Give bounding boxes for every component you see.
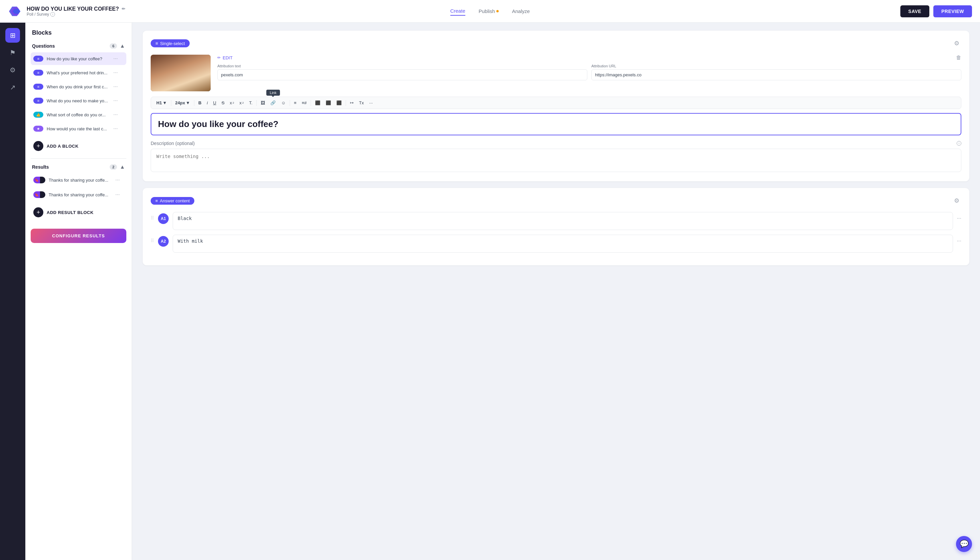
- emoji-button[interactable]: ☺: [279, 99, 287, 107]
- underline-button[interactable]: U: [211, 99, 218, 107]
- attr-text-input[interactable]: [217, 69, 587, 80]
- single-select-card: ≡ Single-select ⚙ ✏ EDIT: [143, 31, 969, 181]
- question-item-3[interactable]: ≡ What do you need to make yo... ···: [31, 94, 126, 107]
- question-more-1[interactable]: ···: [113, 70, 118, 76]
- subscript-button[interactable]: x2: [237, 99, 246, 107]
- attr-url-input[interactable]: [591, 69, 961, 80]
- attr-text-field: Attribution text: [217, 64, 587, 80]
- add-result-block-button[interactable]: + ADD RESULT BLOCK: [31, 204, 126, 221]
- drag-handle-0[interactable]: ⠿: [151, 212, 154, 221]
- align-left-button[interactable]: ⬛: [313, 99, 322, 107]
- chat-bubble-icon: 💬: [960, 540, 969, 548]
- image-button[interactable]: 🖼: [259, 99, 267, 107]
- sidebar-icon-grid[interactable]: ⊞: [5, 28, 20, 43]
- edit-image-button[interactable]: ✏ EDIT: [217, 55, 233, 60]
- align-right-button[interactable]: ⬛: [334, 99, 344, 107]
- result-item-1[interactable]: 🔖 Thanks for sharing your coffe... ···: [31, 188, 126, 201]
- publish-tab-label: Publish: [479, 8, 495, 14]
- question-icon-2: ≡: [33, 84, 43, 90]
- question-more-2[interactable]: ···: [113, 84, 118, 90]
- results-section: Results 2 ▲ 🔖 Thanks for sharing your co…: [31, 164, 126, 243]
- result-more-1[interactable]: ···: [115, 192, 120, 198]
- survey-type-label: Poll / Survey: [27, 12, 49, 17]
- logo[interactable]: [8, 4, 23, 19]
- attr-url-label: Attribution URL: [591, 64, 961, 68]
- toolbar-sep-6: [346, 100, 346, 106]
- align-center-button[interactable]: ⬛: [324, 99, 333, 107]
- strikethrough-button[interactable]: S: [220, 99, 227, 107]
- result-more-0[interactable]: ···: [115, 177, 120, 183]
- sidebar-icon-settings[interactable]: ⚙: [5, 63, 20, 77]
- add-block-button[interactable]: + ADD A BLOCK: [31, 138, 126, 154]
- card-gear-icon[interactable]: ⚙: [952, 39, 961, 48]
- italic-button[interactable]: i: [205, 99, 210, 107]
- delete-image-button[interactable]: 🗑: [956, 55, 961, 61]
- card-type-label: Single-select: [160, 41, 185, 46]
- questions-section-label: Questions: [32, 43, 55, 49]
- drag-handle-1[interactable]: ⠿: [151, 235, 154, 243]
- tab-create[interactable]: Create: [450, 7, 465, 16]
- question-item-1[interactable]: ≡ What's your preferred hot drin... ···: [31, 66, 126, 79]
- tab-publish[interactable]: Publish: [479, 7, 499, 15]
- attribution-fields: Attribution text Attribution URL: [217, 64, 961, 80]
- survey-name-text: HOW DO YOU LIKE YOUR COFFEE?: [27, 6, 119, 12]
- question-more-4[interactable]: ···: [113, 112, 118, 118]
- numbered-list-button[interactable]: ≡#: [300, 99, 309, 107]
- description-info-icon[interactable]: i: [957, 141, 961, 146]
- image-section: ✏ EDIT 🗑 Attribution text Attribution UR…: [151, 55, 961, 91]
- answer-badge-1: A2: [158, 236, 169, 247]
- survey-type-info-icon[interactable]: i: [50, 12, 55, 17]
- indent-button[interactable]: ↦: [348, 99, 356, 107]
- toolbar-sep-5: [311, 100, 311, 106]
- heading-dropdown[interactable]: H1 ▼: [154, 99, 169, 107]
- question-more-3[interactable]: ···: [113, 98, 118, 104]
- blocks-panel: Blocks Questions 6 ▲ ≡ How do you like y…: [25, 23, 132, 560]
- question-item-4[interactable]: 👍 What sort of coffee do you or... ···: [31, 108, 126, 121]
- answer-input-1[interactable]: [173, 235, 953, 253]
- bullet-list-button[interactable]: ≡: [292, 99, 299, 107]
- sidebar-icon-flag[interactable]: ⚑: [5, 45, 20, 60]
- question-more-5[interactable]: ···: [113, 126, 118, 132]
- panel-divider: [31, 158, 126, 159]
- chat-bubble[interactable]: 💬: [956, 536, 972, 552]
- configure-results-button[interactable]: CONFIGURE RESULTS: [31, 229, 126, 243]
- question-more-0[interactable]: ···: [113, 56, 118, 62]
- answer-card-type-badge: ≡ Answer content: [151, 197, 194, 205]
- icon-sidebar: ⊞ ⚑ ⚙ ↗: [0, 23, 25, 560]
- tab-analyze[interactable]: Analyze: [512, 7, 530, 15]
- question-icon-0: ≡: [33, 56, 43, 62]
- save-button[interactable]: SAVE: [900, 5, 929, 17]
- questions-collapse-icon[interactable]: ▲: [120, 43, 125, 49]
- edit-survey-name-icon[interactable]: ✏: [122, 6, 125, 11]
- clear-format-button[interactable]: Tx: [357, 99, 366, 107]
- question-text-4: What sort of coffee do you or...: [47, 112, 110, 117]
- question-item-2[interactable]: ≡ When do you drink your first c... ···: [31, 80, 126, 93]
- preview-button[interactable]: PREVIEW: [933, 5, 972, 17]
- answer-more-1[interactable]: ···: [957, 235, 961, 244]
- results-count-badge: 2: [110, 164, 117, 170]
- results-collapse-icon[interactable]: ▲: [120, 164, 125, 170]
- answer-input-0[interactable]: [173, 212, 953, 230]
- answer-card-type-icon: ≡: [155, 198, 158, 203]
- sidebar-icon-share[interactable]: ↗: [5, 80, 20, 95]
- answer-more-0[interactable]: ···: [957, 212, 961, 221]
- card-type-badge: ≡ Single-select: [151, 39, 190, 47]
- question-icon-3: ≡: [33, 98, 43, 104]
- bold-button[interactable]: B: [196, 99, 203, 107]
- results-section-label: Results: [32, 164, 49, 170]
- question-text-input[interactable]: [158, 119, 954, 129]
- fontsize-dropdown[interactable]: 24px ▼: [173, 99, 192, 107]
- answer-card-gear-icon[interactable]: ⚙: [952, 196, 961, 205]
- description-input[interactable]: [151, 149, 961, 172]
- link-button[interactable]: 🔗: [268, 99, 278, 107]
- question-item-5[interactable]: ★ How would you rate the last c... ···: [31, 122, 126, 135]
- survey-type: Poll / Survey i: [27, 12, 125, 17]
- result-item-0[interactable]: 🔖 Thanks for sharing your coffe... ···: [31, 173, 126, 187]
- question-item-0[interactable]: ≡ How do you like your coffee? ···: [31, 52, 126, 65]
- superscript-button[interactable]: x2: [228, 99, 236, 107]
- survey-title: HOW DO YOU LIKE YOUR COFFEE? ✏ Poll / Su…: [27, 6, 125, 17]
- plain-text-button[interactable]: T.: [247, 99, 254, 107]
- more-options-button[interactable]: ···: [367, 99, 375, 107]
- fontsize-label: 24px: [175, 100, 185, 105]
- result-text-0: Thanks for sharing your coffe...: [49, 178, 112, 183]
